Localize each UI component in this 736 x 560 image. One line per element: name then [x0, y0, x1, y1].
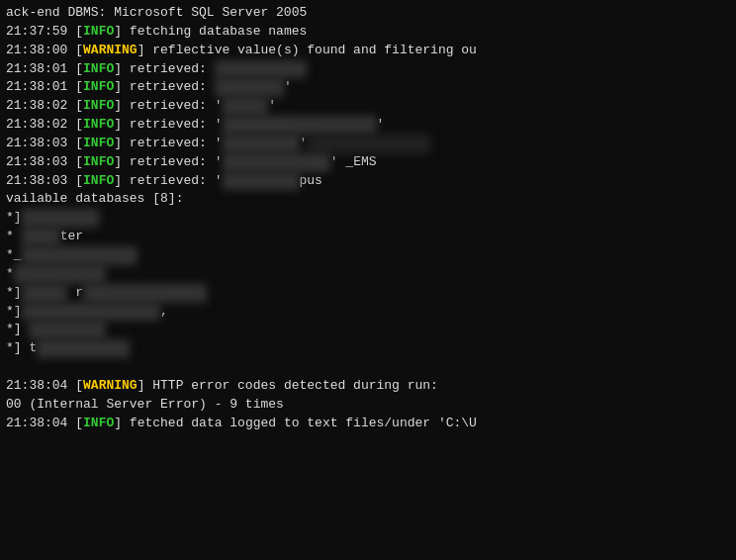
terminal-window: ack-end DBMS: Microsoft SQL Server 2005 … [0, 0, 736, 560]
ts-5: 21:38:02 [6, 97, 67, 116]
blurred-value-4 [223, 116, 377, 135]
db-blurred-8 [37, 339, 130, 358]
line-retrieved-1: 21:38:01 [INFO] retrieved: [6, 60, 730, 79]
tag-info-1: INFO [83, 23, 114, 42]
db-blurred-7 [29, 321, 106, 339]
ts-11: 21:38:04 [6, 415, 67, 433]
text-warning-reflective: reflective value(s) found and filtering … [144, 42, 476, 60]
db-blurred-5b [83, 284, 207, 303]
blurred-value-2 [215, 78, 284, 97]
ts-2: 21:38:00 [6, 42, 67, 60]
db-item-2: * ter [6, 228, 730, 246]
empty-line [6, 358, 730, 377]
ts-7: 21:38:03 [6, 135, 67, 153]
ts-8: 21:38:03 [6, 153, 67, 172]
ts-6: 21:38:02 [6, 116, 67, 135]
db-blurred-2 [22, 228, 60, 246]
db-blurred-1 [22, 209, 99, 228]
tag-warn-1: WARNING [83, 42, 138, 60]
blurred-value-1 [215, 60, 308, 79]
db-blurred-6 [22, 303, 160, 322]
db-item-1: *] [6, 209, 730, 228]
blurred-value-7 [223, 172, 300, 191]
blurred-value-5b [307, 135, 430, 153]
text-500: 00 (Internal Server Error) - 9 times [6, 396, 284, 415]
line-logged: 21:38:04 [INFO] fetched data logged to t… [6, 415, 730, 433]
db-item-4: * [6, 265, 730, 284]
blurred-value-6 [223, 153, 330, 172]
db-blurred-5 [22, 284, 68, 303]
bracket-open-1: [ [67, 23, 83, 42]
line-retrieved-5: 21:38:03 [INFO] retrieved: ' ' [6, 135, 730, 153]
line-header: ack-end DBMS: Microsoft SQL Server 2005 [6, 4, 730, 23]
line-retrieved-2: 21:38:01 [INFO] retrieved: ' [6, 78, 730, 97]
text-fetching: fetching database names [122, 23, 307, 42]
bracket-close-1: ] [114, 23, 122, 42]
tag-warn-2: WARNING [83, 377, 138, 396]
ts-3: 21:38:01 [6, 60, 67, 79]
line-500-error: 00 (Internal Server Error) - 9 times [6, 396, 730, 415]
text-http-warning: HTTP error codes detected during run: [144, 377, 437, 396]
db-item-7: *] [6, 321, 730, 339]
line-retrieved-7: 21:38:03 [INFO] retrieved: ' pus [6, 172, 730, 191]
db-item-8: *] t [6, 339, 730, 358]
ts-4: 21:38:01 [6, 78, 67, 97]
blurred-value-5 [223, 135, 300, 153]
line-available-dbs: vailable databases [8]: [6, 190, 730, 209]
ts-10: 21:38:04 [6, 377, 67, 396]
line-fetching: 21:37:59 [INFO] fetching database names [6, 23, 730, 42]
db-item-3: *_ [6, 246, 730, 265]
db-item-5: *] r [6, 284, 730, 303]
db-blurred-4 [14, 265, 107, 284]
header-text: ack-end DBMS: Microsoft SQL Server 2005 [6, 4, 307, 23]
text-logged: fetched data logged to text files/under … [122, 415, 477, 433]
line-retrieved-6: 21:38:03 [INFO] retrieved: ' ' _EMS [6, 153, 730, 172]
db-item-6: *] , [6, 303, 730, 322]
line-retrieved-3: 21:38:02 [INFO] retrieved: ' ' [6, 97, 730, 116]
tag-info-2: INFO [83, 415, 114, 433]
blurred-value-3 [223, 97, 269, 116]
line-warning-reflective: 21:38:00 [WARNING] reflective value(s) f… [6, 42, 730, 60]
ts-9: 21:38:03 [6, 172, 67, 191]
line-retrieved-4: 21:38:02 [INFO] retrieved: ' ' [6, 116, 730, 135]
db-blurred-3 [22, 246, 138, 265]
ts-1: 21:37:59 [6, 23, 67, 42]
line-http-warning: 21:38:04 [WARNING] HTTP error codes dete… [6, 377, 730, 396]
available-text: vailable databases [8]: [6, 190, 183, 209]
